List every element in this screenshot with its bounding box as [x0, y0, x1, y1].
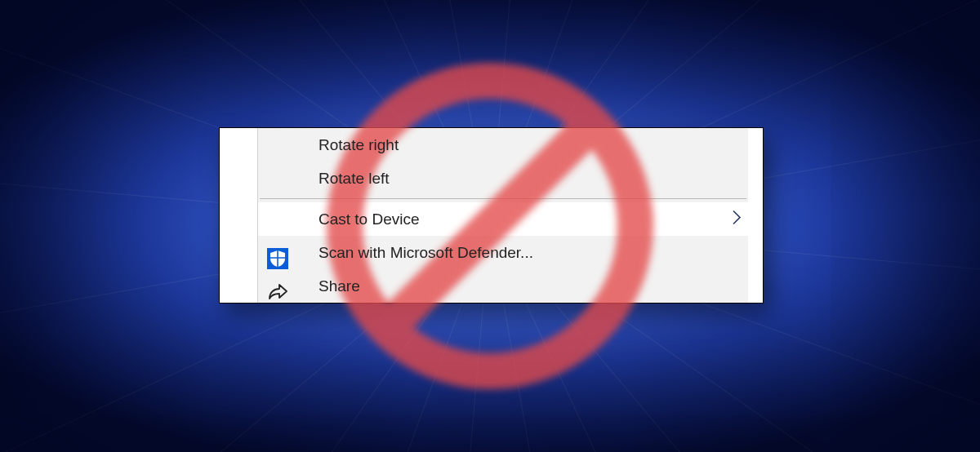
defender-shield-icon [267, 248, 288, 273]
menu-item-rotate-right[interactable]: Rotate right [258, 128, 748, 162]
menu-item-share[interactable]: Share [258, 269, 748, 303]
context-menu-icon-column [220, 128, 257, 303]
submenu-arrow-icon [733, 210, 742, 228]
menu-separator [260, 198, 746, 199]
menu-item-rotate-left[interactable]: Rotate left [258, 162, 748, 195]
menu-item-scan-defender[interactable]: Scan with Microsoft Defender... [258, 236, 748, 269]
menu-item-label: Rotate right [318, 136, 399, 154]
share-icon [267, 282, 288, 305]
menu-item-label: Rotate left [318, 170, 390, 188]
menu-item-label: Scan with Microsoft Defender... [318, 244, 533, 262]
illustration-stage: Rotate right Rotate left Cast to Device … [0, 0, 980, 452]
menu-item-cast-to-device[interactable]: Cast to Device [258, 202, 748, 236]
menu-item-label: Share [318, 277, 360, 295]
menu-item-label: Cast to Device [318, 210, 420, 228]
context-menu: Rotate right Rotate left Cast to Device … [219, 127, 764, 304]
